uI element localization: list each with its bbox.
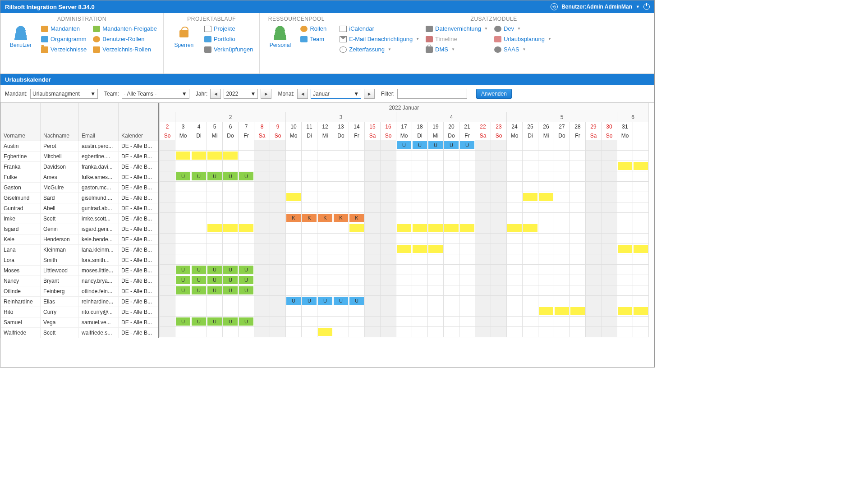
calendar-cell[interactable]: [444, 306, 459, 317]
calendar-cell[interactable]: U: [444, 140, 459, 151]
calendar-cell[interactable]: [554, 296, 570, 306]
verzeichnisse-item[interactable]: Verzeichnisse: [39, 45, 88, 54]
calendar-cell[interactable]: [317, 254, 333, 265]
calendar-cell[interactable]: [428, 161, 444, 171]
calendar-cell[interactable]: [349, 265, 365, 275]
calendar-cell[interactable]: [191, 296, 207, 306]
calendar-cell[interactable]: [239, 151, 254, 161]
calendar-cell[interactable]: [254, 171, 270, 182]
calendar-cell[interactable]: [570, 317, 586, 327]
calendar-cell[interactable]: [523, 192, 538, 202]
calendar-cell[interactable]: [223, 254, 239, 265]
calendar-cell[interactable]: [554, 275, 570, 285]
calendar-cell[interactable]: [633, 234, 649, 244]
calendar-cell[interactable]: [602, 244, 617, 254]
calendar-cell[interactable]: [538, 234, 554, 244]
calendar-cell[interactable]: [175, 296, 191, 306]
calendar-cell[interactable]: K: [349, 213, 365, 223]
calendar-cell[interactable]: [207, 202, 223, 213]
calendar-cell[interactable]: [444, 151, 459, 161]
calendar-cell[interactable]: [223, 306, 239, 317]
calendar-cell[interactable]: [302, 161, 317, 171]
calendar-cell[interactable]: [381, 234, 396, 244]
calendar-cell[interactable]: [317, 202, 333, 213]
calendar-cell[interactable]: [633, 171, 649, 182]
calendar-cell[interactable]: [586, 317, 602, 327]
table-row[interactable]: EgbertineMitchellegbertine....DE - Alle …: [1, 152, 158, 162]
calendar-cell[interactable]: [239, 161, 254, 171]
mandanten-freigabe-item[interactable]: Mandanten-Freigabe: [91, 24, 159, 33]
table-row[interactable]: GiselmundSardgiselmund....DE - Alle B...: [1, 193, 158, 203]
calendar-cell[interactable]: [412, 285, 428, 296]
calendar-cell[interactable]: [586, 161, 602, 171]
calendar-cell[interactable]: [538, 223, 554, 234]
calendar-cell[interactable]: [239, 223, 254, 234]
calendar-cell[interactable]: [239, 182, 254, 192]
calendar-cell[interactable]: U: [207, 275, 223, 285]
calendar-cell[interactable]: [523, 254, 538, 265]
calendar-cell[interactable]: [160, 182, 175, 192]
calendar-cell[interactable]: [396, 317, 412, 327]
calendar-cell[interactable]: [286, 254, 302, 265]
calendar-cell[interactable]: [333, 171, 349, 182]
calendar-cell[interactable]: [459, 306, 475, 317]
calendar-cell[interactable]: [175, 151, 191, 161]
calendar-cell[interactable]: [286, 182, 302, 192]
calendar-cell[interactable]: [381, 223, 396, 234]
calendar-cell[interactable]: [412, 151, 428, 161]
calendar-cell[interactable]: [270, 254, 286, 265]
calendar-cell[interactable]: [617, 161, 633, 171]
calendar-cell[interactable]: [507, 192, 523, 202]
calendar-cell[interactable]: [507, 234, 523, 244]
calendar-cell[interactable]: [160, 161, 175, 171]
calendar-cell[interactable]: [286, 171, 302, 182]
calendar-cell[interactable]: [381, 171, 396, 182]
calendar-cell[interactable]: [270, 202, 286, 213]
calendar-cell[interactable]: [239, 244, 254, 254]
calendar-cell[interactable]: [396, 223, 412, 234]
calendar-cell[interactable]: [570, 151, 586, 161]
calendar-cell[interactable]: [633, 254, 649, 265]
calendar-cell[interactable]: [302, 254, 317, 265]
calendar-cell[interactable]: [602, 213, 617, 223]
calendar-cell[interactable]: [633, 275, 649, 285]
calendar-cell[interactable]: [254, 234, 270, 244]
calendar-cell[interactable]: U: [428, 140, 444, 151]
calendar-cell[interactable]: [381, 140, 396, 151]
calendar-cell[interactable]: [459, 244, 475, 254]
calendar-cell[interactable]: [523, 161, 538, 171]
calendar-cell[interactable]: [459, 223, 475, 234]
table-row[interactable]: GastonMcGuiregaston.mc...DE - Alle B...: [1, 183, 158, 193]
calendar-cell[interactable]: [602, 254, 617, 265]
calendar-cell[interactable]: [633, 182, 649, 192]
calendar-cell[interactable]: [475, 275, 491, 285]
calendar-cell[interactable]: [349, 254, 365, 265]
calendar-cell[interactable]: U: [223, 171, 239, 182]
calendar-cell[interactable]: [554, 244, 570, 254]
calendar-cell[interactable]: [160, 306, 175, 317]
zeiterfassung-item[interactable]: Zeiterfassung▼: [338, 45, 421, 54]
calendar-cell[interactable]: [302, 234, 317, 244]
calendar-cell[interactable]: [349, 327, 365, 337]
calendar-cell[interactable]: [365, 234, 381, 244]
calendar-cell[interactable]: [333, 161, 349, 171]
calendar-cell[interactable]: [160, 317, 175, 327]
calendar-cell[interactable]: [507, 182, 523, 192]
calendar-cell[interactable]: [554, 182, 570, 192]
calendar-cell[interactable]: [444, 327, 459, 337]
calendar-cell[interactable]: [570, 171, 586, 182]
table-row[interactable]: SamuelVegasamuel.ve...DE - Alle B...: [1, 317, 158, 328]
calendar-cell[interactable]: [333, 285, 349, 296]
calendar-cell[interactable]: [459, 182, 475, 192]
calendar-cell[interactable]: [428, 306, 444, 317]
calendar-cell[interactable]: [633, 192, 649, 202]
calendar-cell[interactable]: [523, 327, 538, 337]
calendar-cell[interactable]: [160, 140, 175, 151]
calendar-cell[interactable]: [459, 213, 475, 223]
benutzer-button[interactable]: Benutzer: [5, 24, 37, 50]
calendar-cell[interactable]: [286, 317, 302, 327]
calendar-cell[interactable]: [160, 244, 175, 254]
calendar-cell[interactable]: [333, 140, 349, 151]
calendar-cell[interactable]: [459, 161, 475, 171]
calendar-cell[interactable]: [160, 254, 175, 265]
